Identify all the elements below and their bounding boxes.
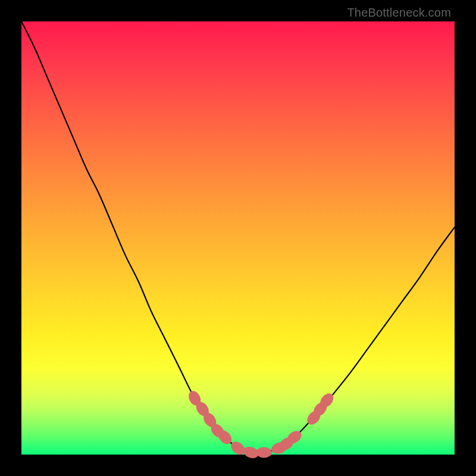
markers-group — [186, 389, 336, 461]
curve-marker — [256, 447, 272, 458]
watermark-text: TheBottleneck.com — [347, 6, 451, 20]
bottleneck-curve — [21, 21, 455, 453]
chart-root: TheBottleneck.com — [0, 0, 476, 476]
curve-overlay — [21, 21, 455, 455]
plot-frame — [21, 21, 455, 455]
curve-marker — [228, 439, 248, 458]
